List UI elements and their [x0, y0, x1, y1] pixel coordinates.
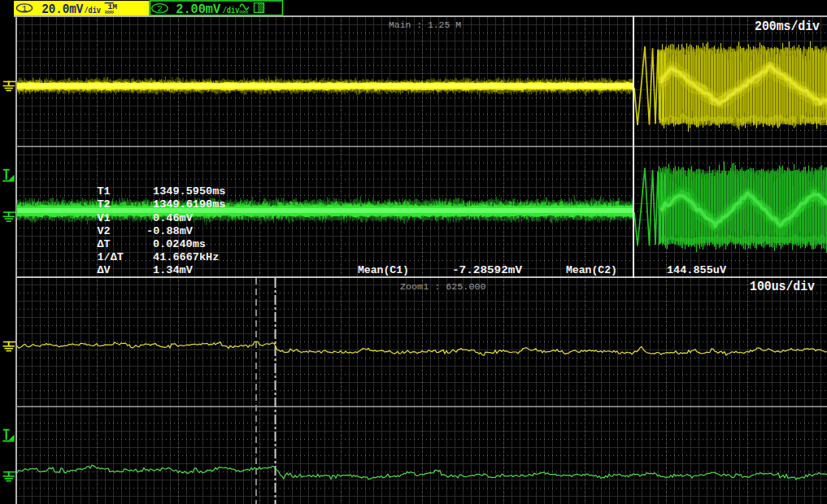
- svg-text:0.0240ms: 0.0240ms: [153, 238, 206, 250]
- svg-text:-0.88mV: -0.88mV: [146, 225, 194, 237]
- svg-text:Main : 1.25 M: Main : 1.25 M: [389, 20, 461, 30]
- svg-text:1/ΔT: 1/ΔT: [98, 251, 124, 263]
- svg-text:ΔT: ΔT: [98, 238, 111, 250]
- svg-text:1.34mV: 1.34mV: [153, 264, 194, 276]
- svg-text:T2: T2: [98, 198, 111, 211]
- svg-text:41.6667kHz: 41.6667kHz: [153, 251, 219, 263]
- svg-text:144.855uV: 144.855uV: [667, 264, 727, 276]
- svg-text:T1: T1: [98, 185, 111, 198]
- svg-text:Zoom1 : 625.000: Zoom1 : 625.000: [400, 281, 486, 292]
- svg-text:2.00mV: 2.00mV: [176, 2, 220, 17]
- svg-text:Mean(C1): Mean(C1): [358, 264, 409, 276]
- svg-text:1M: 1M: [108, 2, 118, 11]
- svg-text:V2: V2: [98, 225, 111, 237]
- svg-text:1349.6190ms: 1349.6190ms: [153, 198, 226, 211]
- svg-text:V1: V1: [98, 212, 111, 224]
- svg-text:/div: /div: [84, 6, 101, 15]
- svg-text:-7.28592mV: -7.28592mV: [452, 264, 523, 276]
- svg-text:Mean(C2): Mean(C2): [566, 264, 617, 276]
- svg-text:ΔV: ΔV: [98, 264, 111, 276]
- svg-text:/div: /div: [223, 6, 240, 15]
- svg-text:1349.5950ms: 1349.5950ms: [153, 185, 226, 198]
- svg-text:2: 2: [157, 4, 163, 14]
- svg-text:200ms/div: 200ms/div: [755, 20, 820, 34]
- svg-text:0.46mV: 0.46mV: [153, 212, 194, 224]
- svg-text:100us/div: 100us/div: [750, 280, 815, 294]
- svg-text:1: 1: [22, 4, 28, 14]
- svg-text:20.0mV: 20.0mV: [41, 2, 83, 17]
